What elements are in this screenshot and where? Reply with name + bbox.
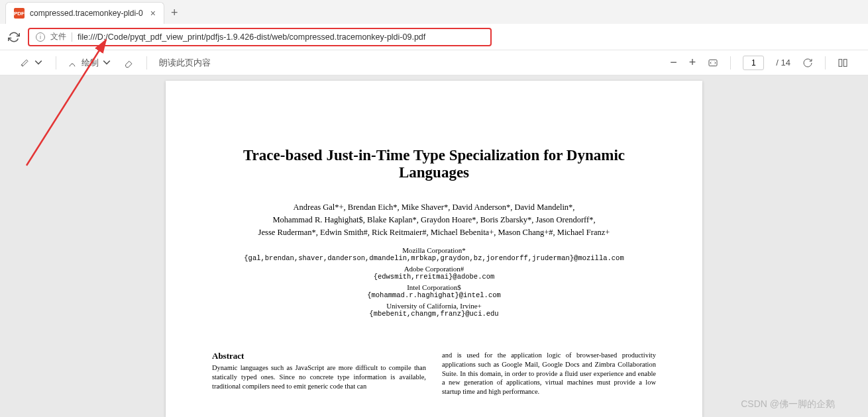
address-bar[interactable]: i 文件 file:///D:/Code/pyqt_pdf_view_print… xyxy=(28,28,492,46)
zoom-in-button[interactable]: + xyxy=(689,56,696,70)
browser-tab[interactable]: PDF compressed.tracemonkey-pldi-0 × xyxy=(5,2,164,24)
divider xyxy=(730,56,731,70)
url-text: file:///D:/Code/pyqt_pdf_view_print/pdfj… xyxy=(78,32,425,42)
svg-rect-1 xyxy=(839,59,842,66)
erase-tool[interactable] xyxy=(124,58,135,68)
url-scheme-label: 文件 xyxy=(50,31,66,42)
divider xyxy=(146,56,147,70)
zoom-out-button[interactable]: − xyxy=(670,56,677,70)
paper-title: Trace-based Just-in-Time Type Specializa… xyxy=(212,147,656,181)
pdf-viewer[interactable]: Trace-based Just-in-Time Type Specializa… xyxy=(0,75,868,417)
affiliation: University of California, Irvine+{mbeben… xyxy=(212,302,656,318)
fit-page-button[interactable] xyxy=(708,58,718,68)
affiliation: Mozilla Corporation*{gal,brendan,shaver,… xyxy=(212,246,656,262)
svg-rect-2 xyxy=(843,59,847,66)
browser-tab-bar: PDF compressed.tracemonkey-pldi-0 × + xyxy=(0,0,868,24)
info-icon[interactable]: i xyxy=(36,32,45,42)
new-tab-button[interactable]: + xyxy=(164,2,185,24)
pdf-page: Trace-based Just-in-Time Type Specializa… xyxy=(166,81,702,417)
affiliation: Adobe Corporation#{edwsmith,rreitmai}@ad… xyxy=(212,265,656,281)
divider xyxy=(72,32,72,42)
divider xyxy=(56,56,56,70)
page-number-input[interactable] xyxy=(743,56,764,70)
paper-authors: Andreas Gal*+, Brendan Eich*, Mike Shave… xyxy=(212,201,656,238)
close-icon[interactable]: × xyxy=(150,8,156,19)
pdf-icon: PDF xyxy=(14,8,25,19)
divider xyxy=(825,56,826,70)
read-aloud-button[interactable]: 朗读此页内容 xyxy=(159,57,211,69)
highlight-tool[interactable] xyxy=(20,58,44,68)
page-view-button[interactable] xyxy=(838,58,848,68)
abstract-text: Dynamic languages such as JavaScript are… xyxy=(212,363,426,391)
pdf-toolbar: 绘制 朗读此页内容 − + / 14 xyxy=(0,50,868,75)
abstract-heading: Abstract xyxy=(212,351,426,361)
watermark: CSDN @佛一脚的企鹅 xyxy=(741,398,835,410)
tab-title: compressed.tracemonkey-pldi-0 xyxy=(30,9,145,18)
affiliation: Intel Corporation${mohammad.r.haghighat}… xyxy=(212,283,656,299)
address-bar-row: i 文件 file:///D:/Code/pyqt_pdf_view_print… xyxy=(0,24,868,50)
reload-icon[interactable] xyxy=(8,31,20,43)
rotate-button[interactable] xyxy=(802,58,813,68)
column-text: and is used for the application logic of… xyxy=(442,351,656,396)
page-total-label: / 14 xyxy=(776,58,790,68)
draw-tool[interactable]: 绘制 xyxy=(68,57,112,69)
paper-columns: Abstract Dynamic languages such as JavaS… xyxy=(212,351,656,396)
